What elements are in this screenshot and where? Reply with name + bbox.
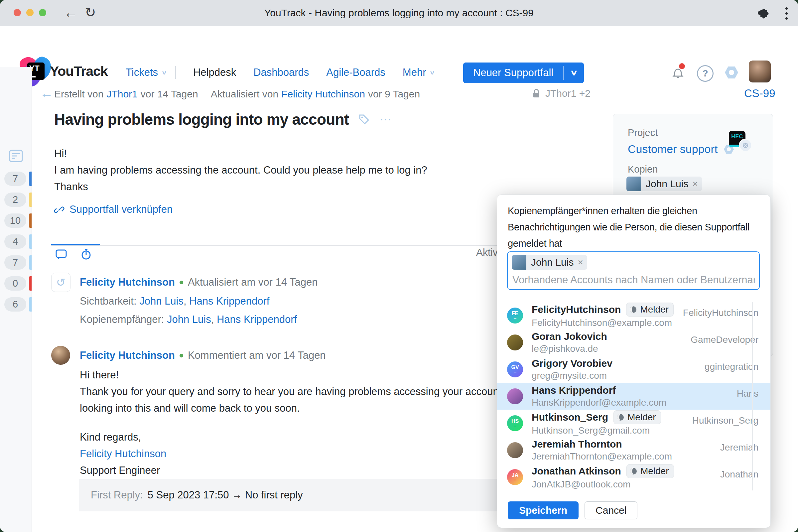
activity-author-link[interactable]: Felicity Hutchinson (80, 276, 175, 288)
created-by-user-link[interactable]: JThor1 (107, 89, 137, 100)
user-avatar[interactable] (749, 60, 771, 82)
sidebar-count-item[interactable]: 2 (0, 192, 32, 207)
chevron-down-icon[interactable]: ∨ (559, 62, 584, 83)
cc-search-box[interactable]: John Luis × (507, 251, 760, 290)
settings-hexagon-icon[interactable] (723, 64, 740, 82)
account-search-input[interactable] (512, 274, 756, 286)
count-badge: 0 (4, 276, 26, 291)
sidebar-count-item[interactable]: 4 (0, 234, 32, 249)
popup-description: Kopienempfänger*innen erhalten die gleic… (508, 203, 749, 252)
user-list-item[interactable]: Hans Krippendorf HansKrippendorf@example… (497, 383, 771, 410)
comments-tab-icon[interactable] (55, 249, 67, 262)
reporter-ball-icon (629, 306, 637, 314)
list-scrollbar[interactable] (752, 302, 753, 491)
more-actions-icon[interactable]: ⋯ (379, 112, 392, 126)
activity-action: Aktualisiert am vor 14 Tagen (188, 276, 318, 288)
cc-person-chip[interactable]: John Luis × (626, 176, 702, 191)
nav-item[interactable]: Mehr ∨ (403, 66, 435, 78)
user-email: Hutkinson_Serg@gmail.com (532, 425, 661, 436)
avatar (507, 442, 523, 458)
time-tracking-tab-icon[interactable] (80, 248, 92, 262)
user-login: Hutkinson_Serg (692, 415, 758, 426)
user-login: Hans (737, 388, 758, 399)
nav-item[interactable]: Helpdesk (193, 66, 236, 78)
count-color-bar (29, 213, 32, 228)
person-link[interactable]: Hans Krippendorf (217, 314, 297, 325)
sidebar-count-item[interactable]: 6 (0, 297, 32, 311)
count-badge: 4 (4, 234, 26, 249)
sidebar-count-item[interactable]: 10 (0, 213, 32, 228)
remove-chip-icon[interactable]: × (692, 178, 702, 189)
cancel-button[interactable]: Cancel (585, 501, 638, 519)
cc-field-label: Kopien (628, 164, 658, 175)
user-list-item[interactable]: Goran Jokovich le@pishkova.de GameDevelo… (497, 329, 771, 356)
user-list-item[interactable]: Jeremiah Thornton JeremiahThornton@examp… (497, 437, 771, 463)
user-email: HansKrippendorf@example.com (532, 397, 666, 408)
lock-icon (531, 88, 541, 99)
count-badge: 10 (4, 213, 26, 228)
notifications-bell-icon[interactable] (670, 64, 686, 81)
remove-chip-icon[interactable]: × (577, 257, 587, 268)
user-list-item[interactable]: FE– FelicityHutchinson Melder FelicityHu… (497, 302, 771, 329)
comment-action: Kommentiert am vor 14 Tagen (188, 349, 326, 361)
back-arrow-icon[interactable]: ← (40, 86, 53, 101)
visibility-group[interactable]: JThor1 +2 (531, 88, 590, 99)
project-app-icon[interactable]: HEC (729, 131, 745, 147)
count-badge: 6 (4, 297, 26, 311)
sidebar-count-item[interactable]: 0 (0, 276, 32, 291)
avatar-dash: – (514, 477, 516, 481)
person-link[interactable]: John Luis (167, 314, 211, 325)
chevron-down-icon: ∨ (429, 69, 436, 76)
report-doc-icon[interactable] (8, 149, 23, 164)
comment-author-avatar[interactable] (51, 346, 70, 365)
user-list-item[interactable]: HS– Hutkinson_Serg Melder Hutkinson_Serg… (497, 410, 771, 437)
user-name: Goran Jokovich (532, 330, 607, 342)
cc-change-row: Kopienempfänger: John Luis, Hans Krippen… (80, 314, 297, 325)
comment-header: Felicity Hutchinson Kommentiert am vor 1… (80, 349, 326, 361)
chain-link-icon (54, 204, 65, 215)
count-color-bar (29, 297, 32, 311)
link-supportcase-button[interactable]: Supportfall verknüpfen (54, 204, 173, 215)
issue-id-link[interactable]: CS-99 (744, 87, 775, 100)
person-link[interactable]: John Luis (139, 295, 184, 307)
nav-divider (175, 66, 176, 79)
avatar-dash: – (514, 370, 516, 374)
new-supportcase-split-button[interactable]: Neuer Supportfall ∨ (463, 62, 584, 83)
updated-by-user-link[interactable]: Felicity Hutchinson (281, 89, 365, 100)
signature-user-link[interactable]: Felicity Hutchinson (80, 448, 166, 459)
tag-icon[interactable] (358, 113, 370, 125)
new-supportcase-label[interactable]: Neuer Supportfall (463, 62, 563, 83)
comment-author-link[interactable]: Felicity Hutchinson (80, 349, 175, 361)
sidebar-count-item[interactable]: 7 (0, 172, 32, 186)
count-color-bar (29, 172, 32, 186)
user-name: Jonathan Atkinson (532, 465, 621, 477)
user-email: JonAtkJB@outlook.com (532, 479, 674, 490)
user-name: Hans Krippendorf (532, 384, 616, 396)
user-email: JeremiahThornton@example.com (532, 451, 672, 462)
main-nav: Tickets ∨ Helpdesk Dashboards (126, 52, 452, 93)
nav-item[interactable]: Agile-Boards (326, 66, 385, 78)
help-icon[interactable]: ? (697, 65, 714, 82)
avatar (626, 176, 641, 191)
visibility-change-row: Sichtbarkeit: John Luis, Hans Krippendor… (80, 295, 269, 307)
online-presence-dot (179, 354, 183, 358)
avatar-dash: – (514, 316, 516, 320)
selected-person-chip[interactable]: John Luis × (512, 255, 587, 270)
brand-wordmark[interactable]: YouTrack (50, 63, 108, 79)
activity-entry-header: Felicity Hutchinson Aktualisiert am vor … (80, 276, 318, 288)
extensions-puzzle-icon[interactable] (756, 6, 770, 22)
user-list-item[interactable]: GV– Grigory Vorobiev greg@mysite.com ggi… (497, 356, 771, 383)
user-list-item[interactable]: JA– Jonathan Atkinson Melder JonAtkJB@ou… (497, 463, 771, 491)
sidebar-count-item[interactable]: 7 (0, 255, 32, 270)
popup-divider (497, 493, 771, 493)
person-link[interactable]: Hans Krippendorf (189, 295, 269, 307)
browser-menu-icon[interactable] (785, 7, 788, 20)
project-link[interactable]: Customer support (628, 142, 718, 156)
nav-item[interactable]: Dashboards (253, 66, 309, 78)
save-button[interactable]: Speichern (508, 501, 578, 519)
notification-dot (679, 63, 685, 69)
nav-item[interactable]: Tickets ∨ (126, 66, 176, 79)
melder-badge: Melder (626, 464, 674, 478)
avatar: JA– (507, 469, 523, 485)
avatar (507, 388, 523, 404)
